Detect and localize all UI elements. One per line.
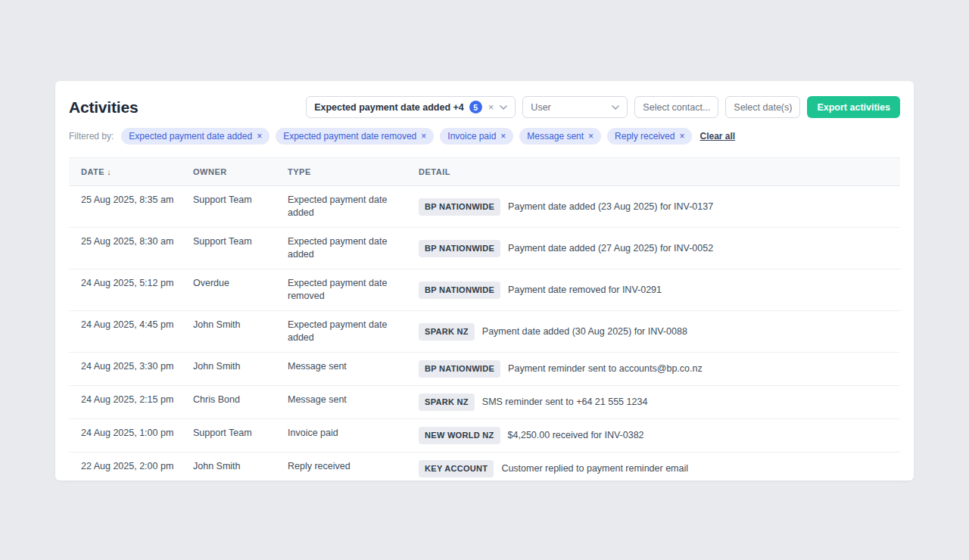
remove-chip-icon[interactable]: × xyxy=(679,132,684,141)
cell-owner: Overdue xyxy=(181,269,276,311)
company-badge: SPARK NZ xyxy=(419,323,475,341)
filter-bar: Filtered by: Expected payment date added… xyxy=(69,128,900,145)
toolbar: Expected payment date added +4 5 × User … xyxy=(306,96,900,118)
cell-date: 22 Aug 2025, 2:00 pm xyxy=(69,453,181,486)
table-row: 24 Aug 2025, 5:12 pm Overdue Expected pa… xyxy=(69,269,900,311)
select-dates-button[interactable]: Select date(s) xyxy=(725,96,800,118)
cell-detail: BP NATIONWIDE Payment date removed for I… xyxy=(407,269,900,311)
cell-owner: John Smith xyxy=(181,311,276,353)
cell-type: Reply received xyxy=(276,453,407,486)
company-badge: BP NATIONWIDE xyxy=(419,282,500,299)
company-badge: NEW WORLD NZ xyxy=(419,427,500,444)
cell-date: 24 Aug 2025, 4:45 pm xyxy=(69,311,181,353)
column-header-date[interactable]: Date↓ xyxy=(69,158,181,186)
column-header-date-label: Date xyxy=(81,167,104,176)
card-header: Activities Expected payment date added +… xyxy=(69,96,900,118)
cell-date: 25 Aug 2025, 8:35 am xyxy=(69,186,181,228)
cell-type: Expected payment date removed xyxy=(276,269,407,311)
column-header-owner: Owner xyxy=(181,158,276,186)
filter-chip-label: Expected payment date removed xyxy=(283,131,416,142)
cell-type: Expected payment date added xyxy=(276,311,407,353)
table-row: 24 Aug 2025, 2:15 pm Chris Bond Message … xyxy=(69,386,900,419)
select-contact-label: Select contact... xyxy=(643,102,710,113)
table-row: 24 Aug 2025, 1:00 pm Support Team Invoic… xyxy=(69,419,900,453)
filter-chip-label: Invoice paid xyxy=(447,131,496,142)
detail-wrap: NEW WORLD NZ $4,250.00 received for INV-… xyxy=(419,427,894,444)
filter-chip[interactable]: Invoice paid × xyxy=(440,128,513,145)
user-filter-select[interactable]: User xyxy=(522,96,628,118)
table-row: 25 Aug 2025, 8:35 am Support Team Expect… xyxy=(69,186,900,228)
cell-owner: John Smith xyxy=(181,453,276,486)
chevron-down-icon xyxy=(500,105,507,110)
detail-wrap: SPARK NZ SMS reminder sent to +64 21 555… xyxy=(419,394,894,411)
cell-owner: John Smith xyxy=(181,353,276,386)
filter-chip-label: Expected payment date added xyxy=(129,131,252,142)
detail-text: Payment date added (27 Aug 2025) for INV… xyxy=(508,242,713,255)
cell-type: Expected payment date added xyxy=(276,228,407,269)
filter-chip-label: Message sent xyxy=(527,131,584,142)
filter-chip[interactable]: Expected payment date added × xyxy=(121,128,270,145)
table-row: 24 Aug 2025, 3:30 pm John Smith Message … xyxy=(69,353,900,386)
cell-detail: BP NATIONWIDE Payment date added (27 Aug… xyxy=(407,228,900,269)
export-activities-button[interactable]: Export activities xyxy=(807,96,900,118)
cell-detail: NEW WORLD NZ $4,250.00 received for INV-… xyxy=(407,419,900,453)
detail-text: Payment date removed for INV-0291 xyxy=(508,284,662,297)
cell-date: 24 Aug 2025, 1:00 pm xyxy=(69,419,181,453)
detail-wrap: KEY ACCOUNT Customer replied to payment … xyxy=(419,460,894,478)
table-header-row: Date↓ Owner Type Detail xyxy=(69,158,900,186)
column-header-type: Type xyxy=(276,158,407,186)
cell-date: 24 Aug 2025, 2:15 pm xyxy=(69,386,181,419)
cell-type: Invoice paid xyxy=(276,419,407,453)
remove-chip-icon[interactable]: × xyxy=(588,132,594,141)
cell-detail: BP NATIONWIDE Payment date added (23 Aug… xyxy=(407,186,900,228)
activities-table: Date↓ Owner Type Detail 25 Aug 2025, 8:3… xyxy=(69,157,900,486)
detail-wrap: BP NATIONWIDE Payment date added (27 Aug… xyxy=(419,240,894,257)
company-badge: KEY ACCOUNT xyxy=(419,460,494,478)
sort-desc-icon: ↓ xyxy=(107,167,111,176)
page-title: Activities xyxy=(69,98,138,117)
cell-date: 24 Aug 2025, 5:12 pm xyxy=(69,269,181,311)
remove-chip-icon[interactable]: × xyxy=(500,132,506,141)
remove-chip-icon[interactable]: × xyxy=(257,132,262,141)
activity-type-filter-select[interactable]: Expected payment date added +4 5 × xyxy=(306,96,516,118)
filter-chip[interactable]: Reply received × xyxy=(607,128,692,145)
cell-type: Message sent xyxy=(276,386,407,419)
detail-text: Payment date added (30 Aug 2025) for INV… xyxy=(482,325,687,338)
detail-wrap: BP NATIONWIDE Payment date added (23 Aug… xyxy=(419,198,894,216)
select-contact-button[interactable]: Select contact... xyxy=(634,96,718,118)
cell-owner: Support Team xyxy=(181,419,276,453)
cell-owner: Support Team xyxy=(181,228,276,269)
company-badge: BP NATIONWIDE xyxy=(419,198,500,216)
chevron-down-icon xyxy=(612,105,619,110)
table-row: 24 Aug 2025, 4:45 pm John Smith Expected… xyxy=(69,311,900,353)
table-row: 25 Aug 2025, 8:30 am Support Team Expect… xyxy=(69,228,900,269)
company-badge: BP NATIONWIDE xyxy=(419,360,500,378)
selected-count-badge: 5 xyxy=(469,101,482,114)
company-badge: BP NATIONWIDE xyxy=(419,240,500,257)
company-badge: SPARK NZ xyxy=(419,394,475,411)
table-row: 22 Aug 2025, 2:00 pm John Smith Reply re… xyxy=(69,453,900,486)
filter-chip[interactable]: Message sent × xyxy=(519,128,601,145)
detail-text: SMS reminder sent to +64 21 555 1234 xyxy=(482,396,648,409)
cell-detail: BP NATIONWIDE Payment reminder sent to a… xyxy=(407,353,900,386)
user-filter-label: User xyxy=(531,102,550,113)
cell-type: Expected payment date added xyxy=(276,186,407,228)
filter-chip[interactable]: Expected payment date removed × xyxy=(276,128,434,145)
activities-card: Activities Expected payment date added +… xyxy=(55,81,914,481)
filtered-by-label: Filtered by: xyxy=(69,131,114,142)
cell-detail: KEY ACCOUNT Customer replied to payment … xyxy=(407,453,900,486)
detail-wrap: BP NATIONWIDE Payment date removed for I… xyxy=(419,282,894,299)
cell-date: 25 Aug 2025, 8:30 am xyxy=(69,228,181,269)
activity-type-filter-label: Expected payment date added +4 xyxy=(314,102,464,113)
remove-chip-icon[interactable]: × xyxy=(421,132,426,141)
clear-all-link[interactable]: Clear all xyxy=(699,131,735,142)
detail-text: Customer replied to payment reminder ema… xyxy=(501,462,688,475)
filter-chip-label: Reply received xyxy=(615,131,675,142)
cell-detail: SPARK NZ SMS reminder sent to +64 21 555… xyxy=(407,386,900,419)
detail-text: Payment date added (23 Aug 2025) for INV… xyxy=(508,201,713,213)
column-header-detail: Detail xyxy=(407,158,900,186)
detail-text: $4,250.00 received for INV-0382 xyxy=(508,429,644,442)
clear-filter-icon[interactable]: × xyxy=(488,102,494,112)
select-dates-label: Select date(s) xyxy=(734,102,792,113)
detail-text: Payment reminder sent to accounts@bp.co.… xyxy=(508,362,703,375)
